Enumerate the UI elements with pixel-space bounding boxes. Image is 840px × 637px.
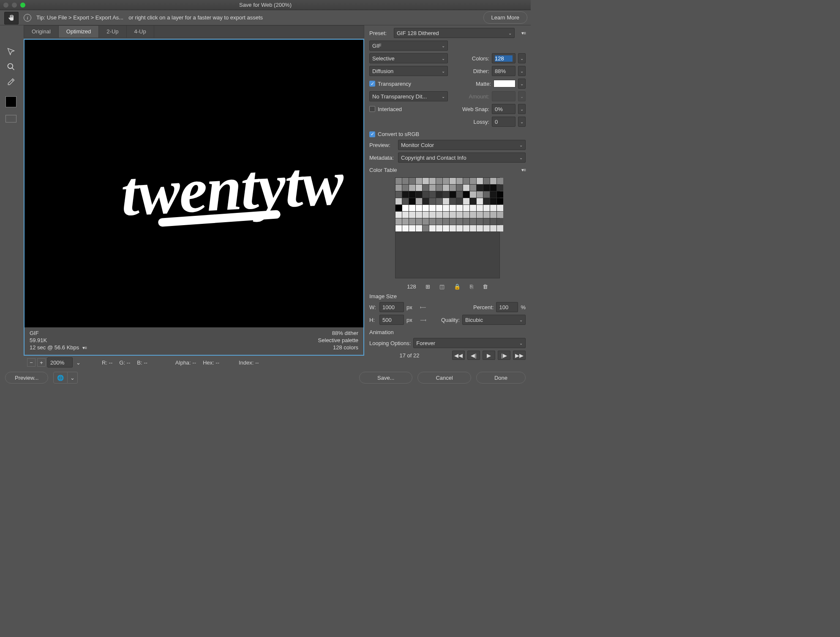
- color-swatch[interactable]: [490, 185, 496, 191]
- color-swatch[interactable]: [477, 191, 483, 198]
- color-swatch[interactable]: [423, 218, 429, 225]
- color-swatch[interactable]: [429, 218, 436, 225]
- color-swatch[interactable]: [450, 185, 456, 191]
- color-swatch[interactable]: [470, 212, 476, 218]
- color-swatch[interactable]: [483, 225, 490, 231]
- color-swatch[interactable]: [436, 225, 442, 231]
- color-swatch[interactable]: [463, 185, 469, 191]
- color-swatch[interactable]: [490, 218, 496, 225]
- color-swatch[interactable]: [416, 212, 422, 218]
- preset-select[interactable]: GIF 128 Dithered⌄: [394, 28, 515, 38]
- matte-menu[interactable]: ⌄: [518, 79, 526, 89]
- colors-stepper[interactable]: ⌄: [518, 53, 526, 63]
- color-swatch[interactable]: [436, 205, 442, 211]
- color-swatch[interactable]: [423, 205, 429, 211]
- color-swatch[interactable]: [409, 205, 415, 211]
- color-swatch[interactable]: [450, 225, 456, 231]
- new-color-icon[interactable]: ⎘: [470, 283, 473, 290]
- color-swatch[interactable]: [395, 185, 402, 191]
- height-input[interactable]: [379, 315, 404, 325]
- color-swatch[interactable]: [409, 178, 415, 184]
- color-swatch[interactable]: [402, 198, 409, 204]
- color-swatch[interactable]: [490, 205, 496, 211]
- browser-preview-menu[interactable]: ⌄: [68, 372, 78, 384]
- link-dimensions-icon-2[interactable]: ⟞: [420, 316, 426, 324]
- color-swatch[interactable]: [497, 205, 503, 211]
- color-swatch[interactable]: [429, 178, 436, 184]
- color-swatch[interactable]: [490, 212, 496, 218]
- color-swatch[interactable]: [450, 218, 456, 225]
- color-swatch[interactable]: [470, 178, 476, 184]
- color-swatch[interactable]: [470, 185, 476, 191]
- color-swatch[interactable]: [443, 225, 449, 231]
- color-swatch[interactable]: [450, 191, 456, 198]
- zoom-input[interactable]: [47, 357, 73, 368]
- color-swatch[interactable]: [416, 218, 422, 225]
- color-swatch[interactable]: [436, 191, 442, 198]
- color-swatch[interactable]: [490, 178, 496, 184]
- width-input[interactable]: [379, 302, 404, 312]
- preset-menu-icon[interactable]: ▾≡: [517, 30, 526, 36]
- delete-color-icon[interactable]: 🗑: [483, 283, 488, 290]
- eyedropper-tool[interactable]: [5, 77, 17, 87]
- color-swatch[interactable]: [470, 205, 476, 211]
- color-swatch[interactable]: [416, 185, 422, 191]
- interlaced-checkbox[interactable]: [369, 106, 375, 112]
- color-swatch[interactable]: [477, 205, 483, 211]
- color-swatch[interactable]: [443, 178, 449, 184]
- matte-swatch[interactable]: [494, 80, 515, 87]
- done-button[interactable]: Done: [476, 372, 526, 384]
- color-swatch[interactable]: [450, 178, 456, 184]
- color-swatch[interactable]: [423, 191, 429, 198]
- color-swatch[interactable]: [497, 212, 503, 218]
- color-table-grid[interactable]: [395, 177, 500, 232]
- color-swatch[interactable]: [409, 212, 415, 218]
- preview-canvas[interactable]: twentytw: [25, 40, 363, 327]
- metadata-select[interactable]: Copyright and Contact Info⌄: [398, 152, 526, 163]
- color-swatch[interactable]: [423, 185, 429, 191]
- color-swatch[interactable]: [470, 191, 476, 198]
- color-swatch[interactable]: [402, 205, 409, 211]
- color-swatch[interactable]: [409, 191, 415, 198]
- play-button[interactable]: ▶: [483, 351, 495, 360]
- color-swatch[interactable]: [429, 191, 436, 198]
- color-swatch[interactable]: [402, 225, 409, 231]
- color-swatch[interactable]: [483, 191, 490, 198]
- transparency-checkbox[interactable]: ✓: [369, 81, 375, 87]
- color-swatch[interactable]: [477, 178, 483, 184]
- color-swatch[interactable]: [409, 225, 415, 231]
- quality-select[interactable]: Bicubic⌄: [462, 315, 526, 325]
- color-swatch[interactable]: [490, 191, 496, 198]
- color-reduction-select[interactable]: Selective⌄: [369, 53, 448, 63]
- color-swatch[interactable]: [463, 191, 469, 198]
- dither-input[interactable]: [492, 66, 515, 76]
- color-swatch[interactable]: [409, 185, 415, 191]
- color-swatch[interactable]: [409, 218, 415, 225]
- zoom-menu-icon[interactable]: ⌄: [74, 359, 82, 366]
- color-swatch[interactable]: [395, 178, 402, 184]
- save-button[interactable]: Save...: [359, 372, 412, 384]
- zoom-in-button[interactable]: +: [37, 358, 46, 367]
- snap-to-web-icon[interactable]: ⊞: [425, 283, 430, 290]
- color-swatch[interactable]: [463, 205, 469, 211]
- color-swatch[interactable]: [436, 178, 442, 184]
- color-swatch[interactable]: [429, 198, 436, 204]
- cancel-button[interactable]: Cancel: [417, 372, 471, 384]
- color-swatch[interactable]: [436, 198, 442, 204]
- color-swatch[interactable]: [483, 185, 490, 191]
- color-swatch[interactable]: [450, 205, 456, 211]
- color-swatch[interactable]: [395, 212, 402, 218]
- lossy-input[interactable]: [492, 117, 515, 127]
- looping-select[interactable]: Forever⌄: [413, 338, 526, 348]
- color-swatch[interactable]: [395, 218, 402, 225]
- color-swatch[interactable]: [416, 198, 422, 204]
- color-swatch[interactable]: [497, 185, 503, 191]
- format-select[interactable]: GIF⌄: [369, 41, 448, 51]
- color-swatch[interactable]: [470, 218, 476, 225]
- dither-method-select[interactable]: Diffusion⌄: [369, 66, 448, 76]
- color-swatch[interactable]: [429, 205, 436, 211]
- color-swatch[interactable]: [395, 191, 402, 198]
- colors-input[interactable]: [492, 53, 515, 63]
- color-swatch[interactable]: [450, 198, 456, 204]
- dither-stepper[interactable]: ⌄: [518, 66, 526, 76]
